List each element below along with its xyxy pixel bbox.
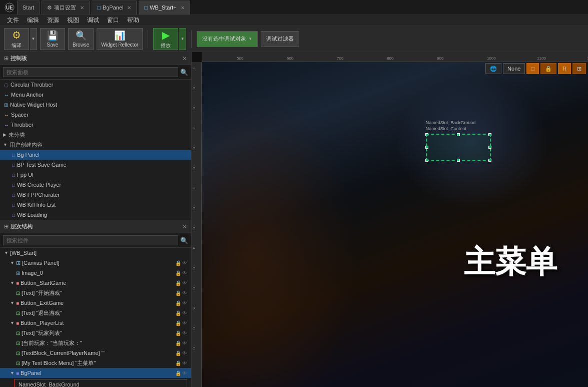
current-player-eye-icon[interactable]: 👁 xyxy=(182,340,187,346)
btn-exit-lock-icon[interactable]: 🔒 xyxy=(175,300,181,306)
text-block-menu-icon-tree: ⊡ xyxy=(16,360,20,366)
handle-br xyxy=(488,159,491,162)
btn-player-eye-icon[interactable]: 👁 xyxy=(182,320,187,326)
canvas-lock-icon[interactable]: 🔒 xyxy=(175,260,181,266)
soldier-area xyxy=(202,62,375,387)
image-0-eye-icon[interactable]: 👁 xyxy=(182,270,187,276)
list-item-circular-throbber[interactable]: ◌ Circular Throbber xyxy=(0,80,191,90)
btn-start-icon-tree: ■ xyxy=(16,280,19,286)
spacer-icon: ↔ xyxy=(4,112,9,118)
textblock-lock-icon[interactable]: 🔒 xyxy=(175,350,181,356)
hierarchy-current-player[interactable]: ⊡ [当前玩家："当前玩家：" 🔒 👁 xyxy=(0,338,191,348)
tab-project-settings[interactable]: ⚙ 项目设置 ✕ xyxy=(42,1,90,15)
list-item-wb-loading[interactable]: □ WB Loading xyxy=(0,210,191,220)
widget-reflector-button[interactable]: 📊 Widget Reflector xyxy=(97,28,143,50)
list-item-wb-fppcharater[interactable]: □ WB FPPCharater xyxy=(0,190,191,200)
vp-globe-button[interactable]: 🌐 xyxy=(485,63,501,74)
browse-button[interactable]: 🔍 Browse xyxy=(68,28,94,50)
menu-assets[interactable]: 资源 xyxy=(43,15,63,26)
ruler-mark-1000: 1000 xyxy=(487,56,496,61)
section-uncategorized[interactable]: ▶ 未分类 xyxy=(0,130,191,140)
hierarchy-panel-close[interactable]: ✕ xyxy=(182,223,187,230)
tab-start[interactable]: Start xyxy=(17,1,40,15)
current-player-lock-icon[interactable]: 🔒 xyxy=(175,340,181,346)
menu-debug[interactable]: 调试 xyxy=(83,15,103,26)
list-item-wb-create-player[interactable]: □ WB Create Player xyxy=(0,180,191,190)
hierarchy-my-text-block-menu[interactable]: ⊡ [My Text Block Menu] "主菜单" 🔒 👁 xyxy=(0,358,191,368)
text-block-menu-eye-icon[interactable]: 👁 xyxy=(182,360,187,366)
text-exit-lock-icon[interactable]: 🔒 xyxy=(175,310,181,316)
list-item-menu-anchor[interactable]: ↔ Menu Anchor xyxy=(0,90,191,100)
ruler-mark-v-4: 2 xyxy=(192,127,196,129)
hierarchy-text-player-list[interactable]: ⊡ [Text] "玩家列表" 🔒 👁 xyxy=(0,328,191,338)
list-item-throbber[interactable]: ↔ Throbber xyxy=(0,120,191,130)
text-exit-eye-icon[interactable]: 👁 xyxy=(182,310,187,316)
no-debug-button[interactable]: 没有选中调试对象 ▼ xyxy=(197,31,258,47)
list-item-bp-test-save-game[interactable]: □ BP Test Save Game xyxy=(0,160,191,170)
tab-bg-panel[interactable]: □ BgPanel ✕ xyxy=(92,1,137,15)
hierarchy-namedslot-bg[interactable]: NamedSlot_BackGround xyxy=(15,379,187,387)
hierarchy-bg-panel[interactable]: ▼ ■ BgPanel 🔒 👁 xyxy=(0,368,191,378)
btn-start-lock-icon[interactable]: 🔒 xyxy=(175,280,181,286)
text-player-eye-icon[interactable]: 👁 xyxy=(182,330,187,336)
bg-panel-lock-icon[interactable]: 🔒 xyxy=(175,370,181,376)
vp-view-btn-1[interactable]: □ xyxy=(526,63,539,74)
vp-r-button[interactable]: R xyxy=(558,63,571,74)
textblock-eye-icon[interactable]: 👁 xyxy=(182,350,187,356)
section-user-content[interactable]: ▼ 用户创建内容 xyxy=(0,140,191,150)
hierarchy-button-player-list[interactable]: ▼ ■ Button_PlayerList 🔒 👁 xyxy=(0,318,191,328)
control-search-icon[interactable]: 🔍 xyxy=(180,69,188,76)
list-item-spacer[interactable]: ↔ Spacer xyxy=(0,110,191,120)
vp-none-button[interactable]: None xyxy=(503,63,525,74)
canvas-eye-icon[interactable]: 👁 xyxy=(182,260,187,266)
hierarchy-search-input[interactable] xyxy=(3,235,178,245)
bg-panel-eye-icon[interactable]: 👁 xyxy=(182,370,187,376)
list-item-wb-kill-info-list[interactable]: □ WB Kill Info List xyxy=(0,200,191,210)
hierarchy-text-start-game[interactable]: ⊡ [Text] "开始游戏" 🔒 👁 xyxy=(0,288,191,298)
viewport-toolbar: 🌐 None □ 🔒 R ⊞ xyxy=(485,63,586,74)
hierarchy-button-start-game[interactable]: ▼ ■ Button_StartGame 🔒 👁 xyxy=(0,278,191,288)
image-0-lock-icon[interactable]: 🔒 xyxy=(175,270,181,276)
btn-player-lock-icon[interactable]: 🔒 xyxy=(175,320,181,326)
btn-exit-eye-icon[interactable]: 👁 xyxy=(182,300,187,306)
btn-start-eye-icon[interactable]: 👁 xyxy=(182,280,187,286)
tab-bg-panel-close[interactable]: ✕ xyxy=(127,5,131,11)
ruler-vertical: 1 0 0 2 0 0 3 0 0 4 0 0 5 0 0 xyxy=(192,62,202,387)
control-search-input[interactable] xyxy=(3,67,178,77)
tab-wb-start[interactable]: □ WB_Start+ ✕ xyxy=(139,1,190,15)
hierarchy-wb-start[interactable]: ▼ [WB_Start] xyxy=(0,248,191,258)
compile-button[interactable]: ⚙ 编译 xyxy=(4,28,29,50)
hierarchy-button-exit-game[interactable]: ▼ ■ Button_ExitGame 🔒 👁 xyxy=(0,298,191,308)
vp-grid-button[interactable]: ⊞ xyxy=(572,63,586,74)
play-button[interactable]: ▶ 播放 xyxy=(153,28,178,50)
hierarchy-text-exit-game[interactable]: ⊡ [Text] "退出游戏" 🔒 👁 xyxy=(0,308,191,318)
menu-window[interactable]: 窗口 xyxy=(103,15,123,26)
text-start-icon-tree: ⊡ xyxy=(16,290,20,296)
ruler-mark-800: 800 xyxy=(387,56,393,61)
menu-edit[interactable]: 编辑 xyxy=(23,15,43,26)
save-button[interactable]: 💾 Save xyxy=(40,28,65,50)
debug-filter-button[interactable]: 调试过滤器 xyxy=(261,31,299,47)
text-player-lock-icon[interactable]: 🔒 xyxy=(175,330,181,336)
play-dropdown[interactable]: ▼ xyxy=(179,28,186,50)
menu-view[interactable]: 视图 xyxy=(63,15,83,26)
tab-project-settings-close[interactable]: ✕ xyxy=(80,5,84,11)
vp-lock-button[interactable]: 🔒 xyxy=(540,63,556,74)
native-widget-host-icon: ⊞ xyxy=(4,102,8,108)
text-block-menu-lock-icon[interactable]: 🔒 xyxy=(175,360,181,366)
list-item-native-widget-host[interactable]: ⊞ Native Widget Host xyxy=(0,100,191,110)
tab-wb-start-close[interactable]: ✕ xyxy=(181,5,185,11)
text-start-lock-icon[interactable]: 🔒 xyxy=(175,290,181,296)
menu-help[interactable]: 帮助 xyxy=(123,15,143,26)
menu-file[interactable]: 文件 xyxy=(3,15,23,26)
text-exit-label: [Text] "退出游戏" xyxy=(22,309,62,317)
hierarchy-canvas-panel[interactable]: ▼ ⊞ [Canvas Panel] 🔒 👁 xyxy=(0,258,191,268)
list-item-bg-panel[interactable]: □ Bg Panel xyxy=(0,150,191,160)
hierarchy-textblock-current-player[interactable]: ⊡ [TextBlock_CurrentPlayerName] "" 🔒 👁 xyxy=(0,348,191,358)
control-panel-close[interactable]: ✕ xyxy=(182,55,187,62)
hierarchy-search-icon[interactable]: 🔍 xyxy=(180,237,188,244)
hierarchy-image-0[interactable]: ⊞ Image_0 🔒 👁 xyxy=(0,268,191,278)
list-item-fpp-ui[interactable]: □ Fpp UI xyxy=(0,170,191,180)
text-start-eye-icon[interactable]: 👁 xyxy=(182,290,187,296)
compile-dropdown[interactable]: ▼ xyxy=(30,28,37,50)
